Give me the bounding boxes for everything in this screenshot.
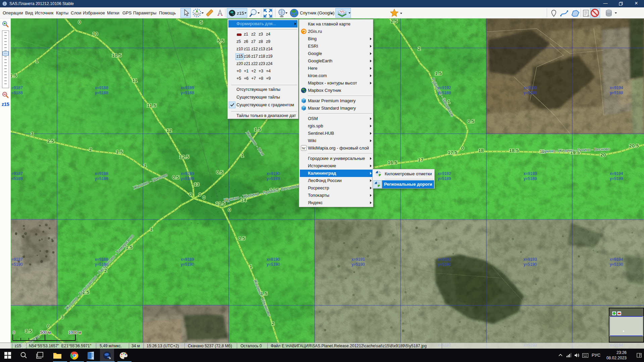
- svg-text:18.5: 18.5: [509, 147, 519, 153]
- svg-text:x=9193: x=9193: [524, 257, 537, 262]
- svg-text:y=5189: y=5189: [95, 176, 108, 181]
- svg-text:W: W: [302, 146, 306, 150]
- svg-text:x=9194: x=9194: [610, 85, 623, 90]
- svg-text:0: 0: [228, 207, 231, 213]
- svg-text:2.5: 2.5: [47, 138, 54, 144]
- svg-text:18: 18: [478, 147, 484, 153]
- svg-text:=5190: =5190: [11, 262, 23, 267]
- svg-text:y=5190: y=5190: [267, 262, 280, 267]
- svg-text:12: 12: [166, 127, 172, 133]
- svg-text:1.5: 1.5: [11, 73, 17, 78]
- svg-text:x=9192: x=9192: [438, 171, 451, 176]
- svg-text:3.5: 3.5: [25, 328, 32, 334]
- svg-text:y=5188: y=5188: [524, 90, 537, 95]
- svg-text:y=5188: y=5188: [610, 90, 623, 95]
- svg-text:y=5189: y=5189: [267, 176, 280, 181]
- svg-text:10: 10: [93, 31, 98, 37]
- svg-text:2: 2: [418, 46, 421, 51]
- svg-text:1: 1: [250, 263, 252, 269]
- svg-text:17.5: 17.5: [447, 149, 457, 155]
- svg-text:=5189: =5189: [11, 176, 23, 181]
- svg-text:y=5189: y=5189: [524, 176, 537, 181]
- svg-text:y=5190: y=5190: [610, 262, 623, 267]
- svg-text:0: 0: [203, 194, 205, 200]
- svg-text:x=9188: x=9188: [95, 171, 108, 176]
- svg-text:x=9188: x=9188: [95, 85, 108, 90]
- svg-text:x=9190: x=9190: [267, 257, 280, 262]
- svg-text:0.5: 0.5: [468, 118, 475, 124]
- svg-text:12.5: 12.5: [179, 154, 189, 160]
- svg-text:1000 м: 1000 м: [68, 330, 81, 335]
- svg-text:x=9192: x=9192: [438, 85, 451, 90]
- svg-text:3: 3: [61, 314, 64, 320]
- svg-text:11: 11: [132, 77, 138, 83]
- svg-text:2.5: 2.5: [391, 18, 398, 24]
- svg-text:13: 13: [194, 181, 200, 187]
- svg-text:x=9189: x=9189: [181, 171, 194, 176]
- svg-text:=9187: =9187: [11, 257, 23, 262]
- svg-text:2: 2: [89, 146, 92, 152]
- svg-text:y=5190: y=5190: [352, 262, 365, 267]
- svg-text:17: 17: [418, 157, 424, 163]
- svg-text:y=5188: y=5188: [181, 90, 194, 95]
- svg-text:x=9190: x=9190: [267, 171, 280, 176]
- svg-text:0.5: 0.5: [216, 169, 223, 175]
- svg-text:2: 2: [272, 320, 274, 326]
- svg-text:=5188: =5188: [11, 90, 23, 95]
- svg-text:1.5: 1.5: [254, 126, 261, 132]
- svg-text:=9187: =9187: [11, 171, 23, 176]
- svg-text:=9187: =9187: [11, 85, 23, 90]
- svg-text:11.5: 11.5: [147, 103, 156, 108]
- svg-text:x=9193: x=9193: [524, 85, 537, 90]
- svg-text:1.5: 1.5: [435, 70, 442, 76]
- svg-text:y=5190: y=5190: [95, 262, 108, 267]
- svg-text:1: 1: [241, 153, 244, 158]
- svg-text:10.5: 10.5: [112, 52, 121, 58]
- svg-text:5.5: 5.5: [217, 38, 224, 44]
- svg-text:y=5189: y=5189: [610, 176, 623, 181]
- svg-text:y=5190: y=5190: [524, 262, 537, 267]
- svg-text:0: 0: [47, 323, 50, 329]
- svg-text:y=5190: y=5190: [181, 262, 194, 267]
- svg-text:x=9192: x=9192: [438, 257, 451, 262]
- svg-text:y=5190: y=5190: [438, 262, 451, 267]
- svg-text:0: 0: [461, 145, 464, 151]
- svg-text:3: 3: [31, 131, 34, 136]
- svg-text:y=5189: y=5189: [438, 176, 451, 181]
- svg-text:y=5188: y=5188: [438, 90, 451, 95]
- svg-text:5: 5: [200, 19, 203, 25]
- svg-text:1: 1: [36, 58, 38, 64]
- svg-text:x=9194: x=9194: [610, 171, 623, 176]
- svg-text:0: 0: [78, 19, 81, 25]
- svg-text:x=9194: x=9194: [610, 257, 623, 262]
- svg-text:0.5: 0.5: [172, 174, 179, 180]
- svg-text:0: 0: [13, 330, 15, 335]
- svg-text:x=9189: x=9189: [181, 257, 194, 262]
- svg-text:16.5: 16.5: [387, 160, 397, 165]
- svg-text:1: 1: [144, 162, 147, 168]
- svg-text:1: 1: [150, 226, 153, 232]
- svg-text:20.5: 20.5: [629, 143, 639, 148]
- svg-text:y=5189: y=5189: [181, 176, 194, 181]
- svg-text:0.5: 0.5: [238, 235, 246, 241]
- svg-text:x=9189: x=9189: [181, 85, 194, 90]
- svg-text:0: 0: [189, 191, 192, 197]
- svg-text:x=9191: x=9191: [352, 257, 365, 262]
- svg-text:x=9188: x=9188: [95, 257, 108, 262]
- svg-text:1.5: 1.5: [116, 149, 123, 155]
- svg-text:y=5188: y=5188: [95, 90, 108, 95]
- svg-text:x=9193: x=9193: [524, 171, 537, 176]
- svg-text:0: 0: [199, 191, 201, 197]
- svg-text:20: 20: [600, 152, 606, 158]
- svg-text:500 м: 500 м: [40, 330, 51, 335]
